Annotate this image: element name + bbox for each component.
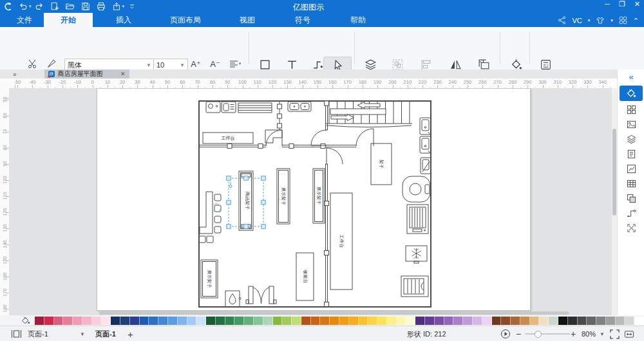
palette-swatch[interactable] bbox=[415, 317, 425, 325]
palette-swatch[interactable] bbox=[111, 317, 120, 325]
collapse-panel-icon[interactable]: « bbox=[618, 69, 644, 84]
entrance-double-door[interactable] bbox=[246, 286, 276, 304]
save-icon[interactable] bbox=[78, 1, 93, 12]
layers-panel-icon[interactable] bbox=[618, 132, 644, 147]
symbol-library-panel-icon[interactable] bbox=[618, 102, 644, 117]
palette-swatch[interactable] bbox=[435, 317, 444, 325]
palette-swatch[interactable] bbox=[178, 317, 187, 325]
palette-swatch[interactable] bbox=[511, 317, 520, 325]
redo-icon[interactable] bbox=[32, 1, 47, 12]
palette-swatch[interactable] bbox=[196, 317, 206, 325]
double-sink[interactable] bbox=[288, 102, 311, 111]
table-panel-icon[interactable] bbox=[618, 176, 644, 191]
add-page-button[interactable]: + bbox=[128, 326, 133, 341]
apps-grid-icon[interactable] bbox=[619, 16, 627, 26]
menu-home[interactable]: 开始 bbox=[44, 13, 93, 27]
palette-swatch[interactable] bbox=[244, 317, 254, 325]
palette-swatch[interactable] bbox=[234, 317, 244, 325]
menu-view[interactable]: 视图 bbox=[228, 13, 267, 27]
palette-swatch[interactable] bbox=[282, 317, 292, 325]
water-dispenser[interactable] bbox=[225, 291, 241, 307]
page-selector[interactable]: 页面-1 bbox=[28, 326, 48, 341]
palette-swatch[interactable] bbox=[54, 317, 64, 325]
palette-swatch[interactable] bbox=[330, 317, 339, 325]
customize-toolbar-icon[interactable] bbox=[124, 1, 140, 12]
tab-list-icon[interactable]: » bbox=[13, 69, 15, 78]
palette-swatch[interactable] bbox=[368, 317, 377, 325]
palette-swatch[interactable] bbox=[187, 317, 197, 325]
palette-swatch[interactable] bbox=[482, 317, 492, 325]
decrease-font-button[interactable]: A⁻ bbox=[207, 57, 223, 70]
palette-swatch[interactable] bbox=[63, 317, 73, 325]
palette-swatch[interactable] bbox=[35, 317, 44, 325]
palette-swatch[interactable] bbox=[463, 317, 473, 325]
stove-unit[interactable] bbox=[206, 102, 220, 113]
theme-shirt-icon[interactable] bbox=[596, 16, 605, 26]
share-network-icon[interactable] bbox=[558, 16, 566, 26]
palette-swatch[interactable] bbox=[263, 317, 273, 325]
palette-swatch[interactable] bbox=[453, 317, 463, 325]
palette-swatch[interactable] bbox=[606, 317, 616, 325]
zoom-slider[interactable] bbox=[525, 326, 570, 341]
appliance-unit[interactable] bbox=[222, 102, 236, 113]
palette-swatch[interactable] bbox=[568, 317, 578, 325]
distribute-panel-icon[interactable] bbox=[618, 221, 644, 235]
palette-swatch[interactable] bbox=[206, 317, 216, 325]
vertical-scrollbar[interactable] bbox=[612, 88, 617, 315]
account-badge[interactable]: VC bbox=[572, 17, 582, 24]
menu-insert[interactable]: 插入 bbox=[104, 13, 143, 27]
palette-swatch[interactable] bbox=[530, 317, 540, 325]
menu-symbols[interactable]: 符号 bbox=[283, 13, 322, 27]
palette-swatch[interactable] bbox=[501, 317, 511, 325]
palette-swatch[interactable] bbox=[82, 317, 92, 325]
palette-swatch[interactable] bbox=[425, 317, 435, 325]
palette-swatch[interactable] bbox=[339, 317, 349, 325]
palette-swatch[interactable] bbox=[158, 317, 168, 325]
stairs[interactable] bbox=[325, 101, 412, 127]
palette-swatch[interactable] bbox=[301, 317, 311, 325]
chart-panel-icon[interactable] bbox=[618, 161, 644, 176]
drawing-canvas[interactable]: 工作台 商品架子 展示架子 展示架子 工作台 收银台 展示架子 架子 bbox=[9, 88, 612, 315]
interior-wall-vertical[interactable] bbox=[325, 164, 329, 307]
palette-swatch[interactable] bbox=[216, 317, 225, 325]
palette-swatch[interactable] bbox=[444, 317, 454, 325]
palette-swatch[interactable] bbox=[130, 317, 140, 325]
partition-line[interactable] bbox=[278, 101, 282, 130]
account-dropdown[interactable]: ▾ bbox=[588, 18, 591, 23]
palette-swatch[interactable] bbox=[377, 317, 387, 325]
palette-swatch[interactable] bbox=[578, 317, 587, 325]
palette-swatch[interactable] bbox=[616, 317, 625, 325]
zoom-slider-knob[interactable] bbox=[535, 331, 542, 338]
palette-swatch[interactable] bbox=[558, 317, 568, 325]
fill-style-panel-icon[interactable] bbox=[620, 86, 643, 101]
palette-swatch[interactable] bbox=[387, 317, 397, 325]
zoom-dropdown[interactable]: ▼ bbox=[600, 326, 605, 341]
palette-swatch[interactable] bbox=[492, 317, 502, 325]
collapse-ribbon-icon[interactable]: ⌃ bbox=[633, 17, 639, 25]
palette-swatch[interactable] bbox=[92, 317, 102, 325]
fullscreen-icon[interactable] bbox=[610, 326, 620, 341]
palette-swatch[interactable] bbox=[149, 317, 158, 325]
menu-file[interactable]: 文件 bbox=[5, 13, 44, 27]
heater-unit[interactable] bbox=[401, 276, 428, 297]
palette-swatch[interactable] bbox=[101, 317, 111, 325]
active-page-tab[interactable]: 页面-1 bbox=[95, 326, 116, 341]
palette-swatch[interactable] bbox=[120, 317, 130, 325]
palette-swatch[interactable] bbox=[320, 317, 330, 325]
radiator-unit[interactable] bbox=[407, 205, 428, 234]
palette-swatch[interactable] bbox=[273, 317, 283, 325]
freezer-unit[interactable] bbox=[406, 246, 427, 263]
note-panel-icon[interactable] bbox=[618, 147, 644, 161]
close-button[interactable]: ✕ bbox=[634, 0, 640, 8]
horizontal-scrollbar[interactable] bbox=[9, 311, 612, 315]
presentation-play-button[interactable] bbox=[500, 326, 511, 341]
palette-swatch[interactable] bbox=[397, 317, 406, 325]
palette-swatch[interactable] bbox=[44, 317, 54, 325]
palette-swatch[interactable] bbox=[625, 317, 634, 325]
palette-swatch[interactable] bbox=[587, 317, 596, 325]
counter-with-stools[interactable] bbox=[199, 192, 221, 243]
tab-close-icon[interactable]: ✕ bbox=[120, 71, 126, 77]
sink-units[interactable] bbox=[420, 118, 431, 174]
open-folder-icon[interactable] bbox=[62, 1, 78, 12]
wall-shelf[interactable] bbox=[238, 103, 272, 113]
